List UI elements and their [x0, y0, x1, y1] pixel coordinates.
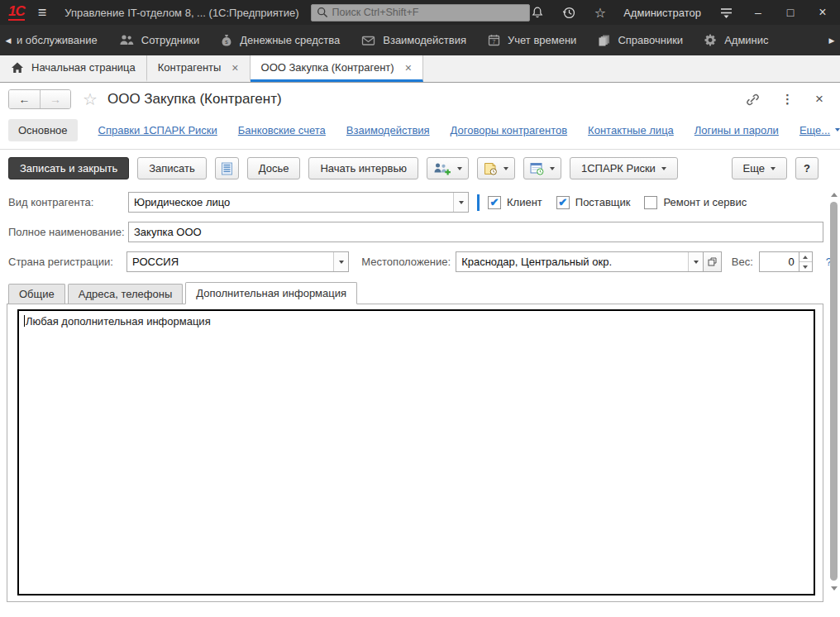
form-fields: Вид контрагента: Юридическое лицо ✔ Клие… — [0, 187, 840, 272]
dropdown-button[interactable] — [333, 252, 348, 271]
calendar-icon: 7 — [488, 34, 500, 46]
service-menu-icon[interactable] — [718, 5, 733, 20]
minimize-button[interactable]: – — [751, 6, 766, 19]
tab-counterparty-card[interactable]: ООО Закупка (Контрагент) × — [251, 55, 423, 82]
spin-down-button[interactable] — [799, 262, 812, 271]
vertical-scrollbar[interactable] — [828, 189, 839, 593]
dropdown-button[interactable] — [453, 193, 468, 212]
nav-link-contracts[interactable]: Договоры контрагентов — [451, 124, 568, 136]
menu-item-label: Учет времени — [508, 34, 576, 46]
maximize-button[interactable]: □ — [783, 6, 798, 19]
hamburger-menu-icon[interactable]: ≡ — [38, 4, 47, 22]
add-to-favorites-star-icon[interactable]: ☆ — [83, 89, 98, 109]
form-header-actions: ⋮ × — [746, 91, 823, 108]
menu-item-administration[interactable]: Админис — [704, 34, 768, 46]
start-interview-button[interactable]: Начать интервью — [308, 157, 418, 179]
close-window-button[interactable]: × — [815, 5, 830, 20]
location-select[interactable]: Краснодар, Центральный окр. — [456, 251, 704, 272]
menu-item-label: и обслуживание — [17, 34, 98, 46]
more-actions-icon[interactable]: ⋮ — [781, 92, 794, 107]
country-value: РОССИЯ — [127, 252, 333, 271]
open-location-button[interactable] — [704, 251, 722, 272]
save-and-close-button[interactable]: Записать и закрыть — [8, 157, 129, 179]
favorites-star-icon[interactable]: ☆ — [594, 5, 606, 21]
close-tab-icon[interactable]: × — [405, 61, 412, 74]
menu-item-interactions[interactable]: Взаимодействия — [361, 34, 466, 46]
save-button[interactable]: Записать — [137, 157, 207, 179]
weight-stepper[interactable]: 0 — [759, 251, 813, 272]
nav-link-logins[interactable]: Логины и пароли — [694, 124, 779, 136]
add-contact-icon — [433, 162, 451, 175]
nav-link-interactions[interactable]: Взаимодействия — [346, 124, 430, 136]
help-button[interactable]: ? — [795, 157, 819, 179]
window-tabbar: Начальная страница Контрагенты × ООО Зак… — [0, 55, 840, 83]
checkbox-client[interactable]: ✔ Клиент — [488, 196, 542, 209]
scroll-left-icon[interactable]: ◀ — [3, 36, 13, 45]
nav-more-label: Еще... — [799, 124, 830, 136]
books-icon — [598, 34, 610, 46]
checkbox-box: ✔ — [556, 196, 570, 209]
current-user[interactable]: Администратор — [623, 7, 701, 19]
tab-label: Контрагенты — [158, 61, 222, 74]
nav-link-spark-refs[interactable]: Справки 1СПАРК Риски — [98, 124, 217, 136]
country-select[interactable]: РОССИЯ — [126, 251, 349, 272]
menu-item-employees[interactable]: Сотрудники — [119, 34, 199, 46]
form-header: ← → ☆ ООО Закупка (Контрагент) ⋮ × — [0, 83, 840, 116]
additional-info-textarea[interactable]: Любая дополнительная информация — [17, 309, 815, 595]
planner-button[interactable] — [523, 157, 561, 179]
notifications-bell-icon[interactable] — [530, 5, 545, 20]
spark-risks-label: 1СПАРК Риски — [581, 162, 656, 175]
history-icon[interactable] — [562, 5, 577, 20]
open-form-icon — [708, 257, 717, 266]
nav-link-bank-accounts[interactable]: Банковские счета — [238, 124, 326, 136]
weight-value: 0 — [760, 252, 799, 271]
spark-risks-button[interactable]: 1СПАРК Риски — [570, 157, 678, 179]
chevron-down-icon — [803, 265, 808, 269]
global-search-input[interactable]: Поиск Ctrl+Shift+F — [311, 4, 530, 22]
menu-item-money[interactable]: s Денежные средства — [221, 34, 340, 47]
titlebar-right: ☆ Администратор – □ × — [530, 5, 830, 21]
tab-counterparties[interactable]: Контрагенты × — [147, 55, 251, 82]
checkbox-supplier[interactable]: ✔ Поставщик — [556, 196, 631, 209]
checkbox-repair-service[interactable]: ✔ Ремонт и сервис — [644, 196, 747, 209]
menu-item-catalogs[interactable]: Справочники — [598, 34, 683, 46]
dossier-button[interactable]: Досье — [247, 157, 301, 179]
scroll-right-icon[interactable]: ▶ — [827, 36, 837, 45]
tab-addresses[interactable]: Адреса, телефоны — [68, 284, 184, 304]
create-task-button[interactable] — [477, 157, 515, 179]
add-contact-person-button[interactable] — [427, 157, 469, 179]
form-toolbar: Записать и закрыть Записать Досье Начать… — [0, 150, 840, 187]
nav-link-more[interactable]: Еще... — [799, 124, 840, 136]
additional-info-text: Любая дополнительная информация — [26, 315, 211, 328]
tab-general[interactable]: Общие — [8, 284, 65, 304]
menu-item-time[interactable]: 7 Учет времени — [488, 34, 576, 46]
chevron-up-icon — [803, 256, 808, 259]
scroll-up-button[interactable] — [828, 189, 839, 199]
get-link-icon[interactable] — [746, 93, 760, 107]
nav-link-main[interactable]: Основное — [8, 119, 78, 141]
chevron-down-icon — [550, 167, 555, 170]
more-button[interactable]: Еще — [732, 157, 787, 179]
schedule-icon — [530, 162, 544, 175]
menu-item-label: Взаимодействия — [383, 34, 466, 46]
show-in-list-button[interactable] — [215, 157, 239, 179]
spin-up-button[interactable] — [799, 252, 812, 262]
nav-link-contacts[interactable]: Контактные лица — [588, 124, 674, 136]
tab-label: ООО Закупка (Контрагент) — [261, 61, 394, 74]
kind-select[interactable]: Юридическое лицо — [128, 192, 469, 213]
home-icon — [11, 61, 24, 74]
tab-additional-info[interactable]: Дополнительная информация — [185, 282, 357, 304]
svg-text:s: s — [225, 38, 228, 44]
scrollbar-thumb[interactable] — [830, 202, 838, 581]
scroll-down-button[interactable] — [828, 583, 839, 593]
form-navigation: Основное Справки 1СПАРК Риски Банковские… — [0, 116, 840, 150]
close-form-icon[interactable]: × — [815, 91, 823, 108]
menu-item-label: Админис — [724, 34, 768, 46]
tab-home[interactable]: Начальная страница — [0, 55, 147, 82]
full-name-input[interactable]: Закупка ООО — [128, 222, 823, 242]
forward-button: → — [40, 90, 70, 108]
menu-item-service[interactable]: и обслуживание — [17, 34, 98, 46]
dropdown-button[interactable] — [688, 252, 703, 271]
back-button[interactable]: ← — [9, 90, 40, 108]
close-tab-icon[interactable]: × — [231, 61, 238, 74]
